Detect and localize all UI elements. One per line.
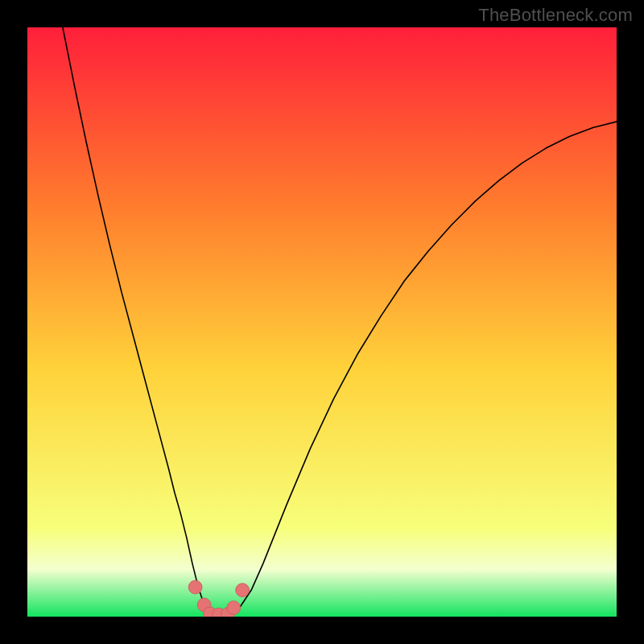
plot-area <box>27 27 617 617</box>
gradient-background <box>27 27 617 617</box>
watermark-text: TheBottleneck.com <box>478 5 633 26</box>
bottleneck-chart <box>27 27 617 617</box>
marker-dot <box>227 601 241 615</box>
marker-dot <box>188 580 202 594</box>
marker-dot <box>236 584 250 597</box>
chart-frame: TheBottleneck.com <box>0 0 644 644</box>
